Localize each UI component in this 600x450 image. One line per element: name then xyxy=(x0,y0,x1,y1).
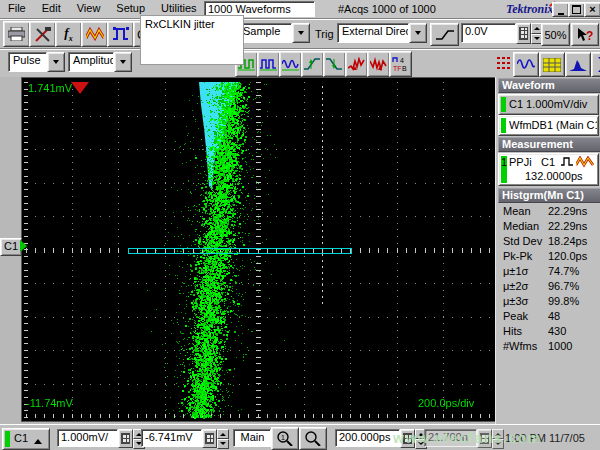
stat-value: 99.8% xyxy=(548,295,579,307)
keypad-icon[interactable] xyxy=(400,429,415,448)
stat-value: 18.24ps xyxy=(548,235,587,247)
fx-icon: fx xyxy=(64,25,72,43)
combo-arrow-icon[interactable] xyxy=(292,23,310,43)
trigger-source-combo[interactable]: External Direct xyxy=(337,23,427,43)
horizontal-position-group: 21.700n xyxy=(424,429,504,448)
stat-label: Hits xyxy=(503,325,522,337)
measurement-item[interactable]: 1 PPJi C1 132.0000ps xyxy=(498,153,599,186)
pulse-edit-button[interactable] xyxy=(107,21,134,47)
stat-row-mean: Mean22.29ns xyxy=(503,205,599,220)
trigger-slope-button[interactable] xyxy=(430,23,459,46)
brand-text: Tektronix xyxy=(506,2,554,16)
histogram-display-button[interactable] xyxy=(565,52,591,77)
stat-value: 96.7% xyxy=(548,280,579,292)
measure-sine-button[interactable] xyxy=(279,51,302,77)
red-jitter-fall-icon xyxy=(370,57,387,71)
stat-row-pkpk: Pk-Pk120.0ps xyxy=(503,250,599,265)
bottom-control-bar: C1 1.000mV/ -6.741mV Main 1 200.000ps 21… xyxy=(0,424,600,450)
tooltip: RxCLKIN jitter xyxy=(140,15,244,65)
zoom-out-button[interactable] xyxy=(299,427,327,450)
tools-button[interactable] xyxy=(29,21,56,47)
timebase-select[interactable]: Main xyxy=(233,429,271,447)
sine-wave-blue-icon xyxy=(282,57,299,71)
menu-file[interactable]: File xyxy=(0,0,34,16)
stat-label: Median xyxy=(503,220,539,232)
measure-risetime-button[interactable] xyxy=(301,51,324,77)
measurement-type-combo[interactable]: Amplitude xyxy=(68,52,132,72)
waveform-button[interactable] xyxy=(81,21,108,47)
display-grid-button[interactable] xyxy=(539,52,565,77)
trigger-level-input[interactable]: 0.0V xyxy=(461,23,516,43)
tektronix-logo: Tektronix xyxy=(506,2,554,17)
waveform-item-c1-label: C1 1.000mV/div xyxy=(509,98,587,110)
horizontal-scale-input[interactable]: 200.000ps xyxy=(335,429,400,447)
menu-edit[interactable]: Edit xyxy=(34,0,69,16)
close-button[interactable]: × xyxy=(584,2,600,17)
bowtie-display-button[interactable] xyxy=(591,52,600,77)
histogram-header-text: Histgrm(Mn C1) xyxy=(502,189,584,201)
restore-button[interactable] xyxy=(568,2,585,17)
combo-arrow-icon[interactable] xyxy=(47,52,65,72)
vertical-offset-spinner[interactable] xyxy=(217,429,229,448)
waveform-item-wfmdb1[interactable]: WfmDB1 (Main C1 xyxy=(498,115,599,136)
svg-text:B: B xyxy=(402,65,407,72)
stat-row-2sigma: μ±2σ96.7% xyxy=(503,280,599,295)
svg-text:TF: TF xyxy=(393,65,402,72)
svg-text:?: ? xyxy=(586,29,593,42)
channel-select-button[interactable]: C1 xyxy=(2,428,50,450)
waveform-display-canvas[interactable] xyxy=(22,78,493,419)
acquisition-mode-combo[interactable]: Sample xyxy=(238,23,310,43)
horizontal-position-input[interactable]: 21.700n xyxy=(424,429,477,447)
display-area: 1.741mV -11.74mV 200.0ps/div C1 xyxy=(0,77,495,424)
display-wave-button[interactable] xyxy=(513,52,539,77)
stat-label: Peak xyxy=(503,310,528,322)
zoom-in-button[interactable]: 1 xyxy=(271,427,299,450)
help-cursor-icon: ? xyxy=(577,28,593,42)
measure-jitter2-button[interactable] xyxy=(367,51,390,77)
stat-row-hits: Hits430 xyxy=(503,325,599,340)
vertical-scale-input[interactable]: 1.000mV/ xyxy=(57,429,118,447)
print-button[interactable] xyxy=(3,21,30,47)
yellow-graticule-icon xyxy=(543,58,561,72)
measurement-name: PPJi xyxy=(509,156,532,168)
keypad-icon[interactable] xyxy=(118,429,133,448)
keypad-icon[interactable] xyxy=(477,429,492,448)
set-50pct-button[interactable]: 50% xyxy=(541,23,570,46)
restore-icon xyxy=(572,5,581,14)
measurement-value: 132.0000ps xyxy=(525,170,583,182)
readout-panel: Waveform C1 1.000mV/div WfmDB1 (Main C1 … xyxy=(495,77,600,424)
stat-value: 1000 xyxy=(548,340,572,352)
combo-arrow-icon[interactable] xyxy=(409,23,427,43)
stat-value: 48 xyxy=(548,310,560,322)
vertical-bottom-label: -11.74mV xyxy=(26,397,73,409)
combo-arrow-icon[interactable] xyxy=(114,52,132,72)
histogram-mound-icon xyxy=(569,58,587,71)
context-help-button[interactable]: ? xyxy=(571,23,599,46)
menu-setup[interactable]: Setup xyxy=(108,0,153,16)
keypad-icon[interactable] xyxy=(516,23,531,44)
keypad-icon[interactable] xyxy=(202,429,217,448)
menu-utilities[interactable]: Utilities xyxy=(153,0,204,16)
stat-row-stddev: Std Dev18.24ps xyxy=(503,235,599,250)
red-jitter-rise-icon xyxy=(348,57,365,71)
math-button[interactable]: fx xyxy=(55,21,82,47)
waveform-count-text: 1000 Waveforms xyxy=(208,3,291,15)
channel-color-bar xyxy=(501,118,506,133)
horizontal-position-spinner[interactable] xyxy=(492,429,504,448)
measure-falltime-button[interactable] xyxy=(323,51,346,77)
stat-row-peak: Peak48 xyxy=(503,310,599,325)
waveform-section-header: Waveform xyxy=(498,78,600,93)
measurement-section-header: Measurement xyxy=(498,137,600,152)
waveform-item-c1[interactable]: C1 1.000mV/div xyxy=(498,94,599,115)
channel-marker-c1[interactable]: C1 xyxy=(0,238,22,256)
measure-more-button[interactable]: 4 TF B xyxy=(389,51,412,77)
minimize-button[interactable] xyxy=(552,2,569,17)
stat-value: 22.29ns xyxy=(548,220,587,232)
blue-pulse-icon xyxy=(113,27,129,41)
menu-view[interactable]: View xyxy=(69,0,109,16)
measurement-class-combo[interactable]: Pulse xyxy=(8,52,65,72)
vertical-offset-input[interactable]: -6.741mV xyxy=(141,429,202,447)
measure-jitter1-button[interactable] xyxy=(345,51,368,77)
fall-time-icon xyxy=(326,57,343,71)
measure-pulse-button[interactable] xyxy=(257,51,280,77)
